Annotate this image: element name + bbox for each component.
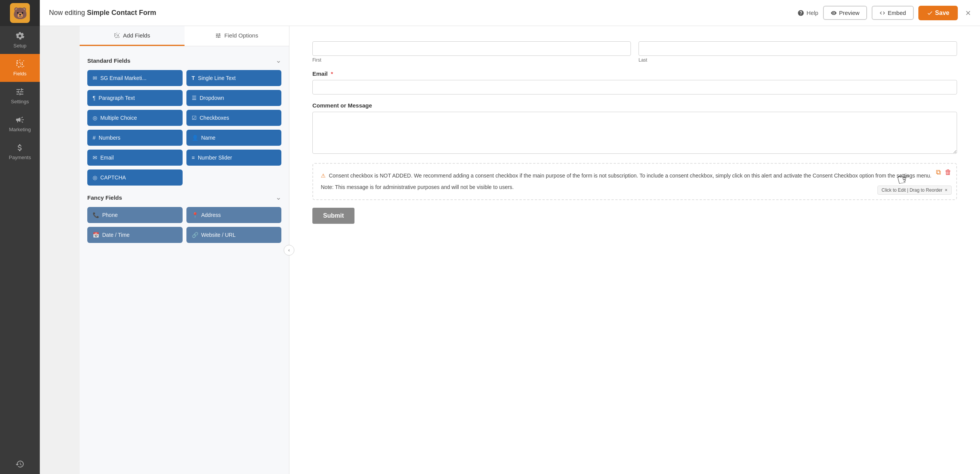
- collapse-panel-btn[interactable]: ‹: [284, 245, 294, 256]
- save-button[interactable]: Save: [918, 6, 958, 20]
- name-field-row: First Last: [312, 41, 957, 63]
- sidebar-item-setup-label: Setup: [13, 43, 26, 49]
- last-name-label: Last: [639, 57, 957, 63]
- last-name-field: Last: [639, 41, 957, 63]
- field-btn-numbers[interactable]: # Numbers: [87, 130, 183, 146]
- field-btn-single-line-label: Single Line Text: [198, 75, 236, 81]
- number-slider-icon: ≡: [192, 155, 195, 161]
- checkboxes-icon: ☑: [192, 115, 197, 121]
- email-field: Email *: [312, 70, 957, 94]
- click-to-edit-label: Click to Edit | Drag to Reorder ×: [877, 186, 952, 195]
- field-btn-address[interactable]: 📍 Address: [186, 207, 282, 223]
- tab-add-fields-label: Add Fields: [123, 32, 150, 39]
- tab-add-fields[interactable]: Add Fields: [80, 26, 185, 46]
- field-btn-name[interactable]: 👤 Name: [186, 130, 282, 146]
- field-btn-date-time[interactable]: 📅 Date / Time: [87, 227, 183, 243]
- field-btn-paragraph-label: Paragraph Text: [99, 95, 135, 101]
- captcha-icon: ◎: [93, 174, 97, 181]
- save-label: Save: [935, 10, 949, 16]
- numbers-icon: #: [93, 135, 96, 141]
- form-name: Simple Contact Form: [87, 9, 156, 16]
- sidebar-item-payments[interactable]: Payments: [0, 138, 40, 166]
- panel-tabs: Add Fields Field Options: [80, 26, 289, 46]
- consent-copy-btn[interactable]: ⧉: [936, 168, 941, 176]
- sg-email-icon: ✉: [93, 75, 97, 81]
- field-btn-multiple-choice-label: Multiple Choice: [100, 115, 137, 121]
- form-area: First Last Email * Comment or Message ⧉ …: [289, 26, 980, 474]
- fancy-fields-title: Fancy Fields: [87, 194, 122, 201]
- field-btn-captcha[interactable]: ◎ CAPTCHA: [87, 169, 183, 186]
- standard-fields-header: Standard Fields ⌄: [87, 56, 281, 65]
- comment-field: Comment or Message: [312, 102, 957, 155]
- website-url-icon: 🔗: [192, 232, 198, 238]
- consent-note-text: Note: This message is for administrative…: [321, 183, 949, 191]
- consent-box[interactable]: ⧉ 🗑 ⚠ Consent checkbox is NOT ADDED. We …: [312, 163, 957, 200]
- header-actions: Help Preview Embed Save ×: [797, 6, 971, 20]
- field-btn-single-line[interactable]: T Single Line Text: [186, 70, 282, 86]
- preview-label: Preview: [839, 10, 859, 16]
- header: Now editing Simple Contact Form Help Pre…: [40, 0, 980, 26]
- standard-fields-title: Standard Fields: [87, 57, 131, 64]
- consent-delete-btn[interactable]: 🗑: [945, 168, 952, 176]
- field-btn-phone[interactable]: 📞 Phone: [87, 207, 183, 223]
- field-btn-email[interactable]: ✉ Email: [87, 150, 183, 166]
- sidebar-item-settings[interactable]: Settings: [0, 82, 40, 110]
- consent-text: ⚠ Consent checkbox is NOT ADDED. We reco…: [321, 171, 949, 180]
- logo-bear: 🐻: [10, 3, 30, 23]
- comment-label: Comment or Message: [312, 102, 957, 109]
- submit-button[interactable]: Submit: [312, 208, 354, 224]
- field-btn-email-label: Email: [100, 155, 114, 161]
- standard-fields-grid: ✉ SG Email Marketi... T Single Line Text…: [87, 70, 281, 186]
- date-time-icon: 📅: [93, 232, 99, 238]
- sidebar-item-fields[interactable]: Fields: [0, 54, 40, 82]
- field-btn-name-label: Name: [201, 135, 216, 141]
- tab-field-options-label: Field Options: [224, 32, 258, 39]
- sidebar-logo: 🐻: [0, 0, 40, 26]
- field-btn-number-slider[interactable]: ≡ Number Slider: [186, 150, 282, 166]
- click-to-edit-close[interactable]: ×: [945, 187, 947, 193]
- field-btn-numbers-label: Numbers: [99, 135, 121, 141]
- paragraph-icon: ¶: [93, 95, 96, 101]
- multiple-choice-icon: ◎: [93, 115, 97, 121]
- first-name-label: First: [312, 57, 631, 63]
- field-btn-sg-email[interactable]: ✉ SG Email Marketi...: [87, 70, 183, 86]
- field-btn-website-url[interactable]: 🔗 Website / URL: [186, 227, 282, 243]
- sidebar-item-history[interactable]: [0, 454, 40, 474]
- dropdown-icon: ☰: [192, 95, 197, 101]
- fancy-fields-header: Fancy Fields ⌄: [87, 193, 281, 202]
- left-panel: Add Fields Field Options Standard Fields…: [80, 26, 289, 474]
- embed-button[interactable]: Embed: [872, 6, 914, 20]
- field-btn-multiple-choice[interactable]: ◎ Multiple Choice: [87, 110, 183, 126]
- sidebar-item-settings-label: Settings: [11, 99, 29, 104]
- field-btn-website-url-label: Website / URL: [201, 232, 236, 238]
- tab-field-options[interactable]: Field Options: [185, 26, 289, 46]
- sidebar-item-setup[interactable]: Setup: [0, 26, 40, 54]
- sidebar-item-marketing[interactable]: Marketing: [0, 110, 40, 138]
- email-label: Email *: [312, 70, 957, 77]
- address-icon: 📍: [192, 212, 198, 218]
- first-name-input[interactable]: [312, 41, 631, 56]
- comment-textarea[interactable]: [312, 112, 957, 154]
- field-btn-dropdown[interactable]: ☰ Dropdown: [186, 90, 282, 106]
- sidebar-item-fields-label: Fields: [13, 71, 27, 77]
- field-btn-checkboxes[interactable]: ☑ Checkboxes: [186, 110, 282, 126]
- close-button[interactable]: ×: [965, 8, 971, 18]
- panel-content: Standard Fields ⌄ ✉ SG Email Marketi... …: [80, 46, 289, 474]
- first-name-field: First: [312, 41, 631, 63]
- sidebar-nav: 🐻 Setup Fields Settings Marketing Paymen…: [0, 0, 40, 474]
- standard-fields-chevron[interactable]: ⌄: [276, 56, 281, 65]
- help-label: Help: [807, 10, 818, 16]
- field-btn-date-time-label: Date / Time: [102, 232, 130, 238]
- field-btn-dropdown-label: Dropdown: [200, 95, 224, 101]
- email-input[interactable]: [312, 80, 957, 94]
- consent-icons: ⧉ 🗑: [936, 168, 952, 176]
- field-btn-sg-email-label: SG Email Marketi...: [100, 75, 147, 81]
- last-name-input[interactable]: [639, 41, 957, 56]
- field-btn-checkboxes-label: Checkboxes: [200, 115, 229, 121]
- field-btn-paragraph[interactable]: ¶ Paragraph Text: [87, 90, 183, 106]
- preview-button[interactable]: Preview: [823, 6, 867, 20]
- field-btn-captcha-label: CAPTCHA: [100, 174, 126, 181]
- single-line-icon: T: [192, 75, 195, 81]
- fancy-fields-chevron[interactable]: ⌄: [276, 193, 281, 202]
- help-button[interactable]: Help: [797, 10, 818, 16]
